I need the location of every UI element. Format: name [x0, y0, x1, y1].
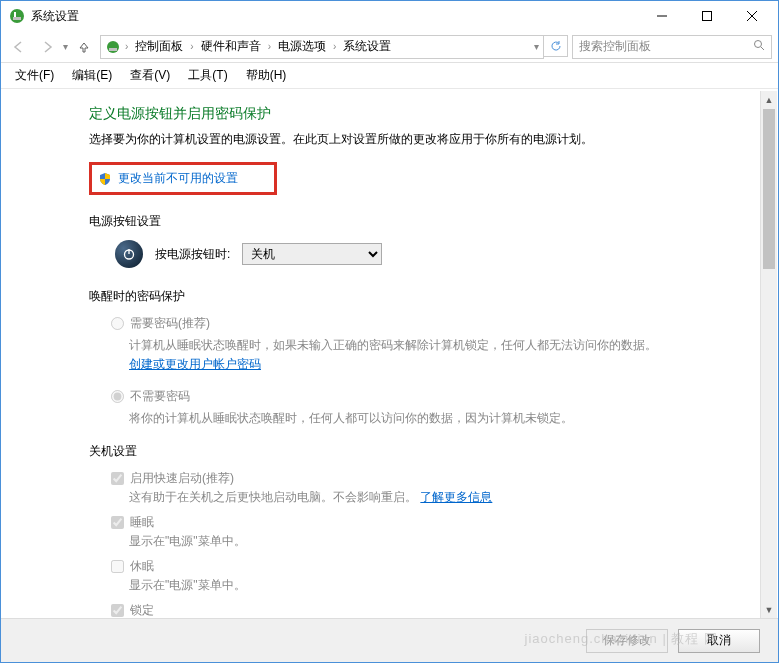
crumb-power-options[interactable]: 电源选项	[275, 36, 329, 57]
crumb-hardware-sound[interactable]: 硬件和声音	[198, 36, 264, 57]
hibernate-label: 休眠	[130, 558, 154, 575]
wake-password-section: 唤醒时的密码保护	[89, 288, 778, 305]
no-password-radio: 不需要密码	[111, 388, 778, 405]
watermark: jiaocheng.chazidian | 教程 网	[525, 630, 718, 648]
chevron-right-icon: ›	[190, 41, 193, 52]
menu-edit[interactable]: 编辑(E)	[64, 64, 120, 87]
hibernate-check: 休眠	[111, 558, 778, 575]
chevron-right-icon: ›	[333, 41, 336, 52]
svg-point-9	[755, 41, 762, 48]
sleep-input	[111, 516, 124, 529]
need-password-input	[111, 317, 124, 330]
scroll-thumb[interactable]	[763, 109, 775, 269]
vertical-scrollbar[interactable]: ▲ ▼	[760, 91, 777, 618]
change-unavailable-label: 更改当前不可用的设置	[118, 170, 238, 187]
minimize-button[interactable]	[639, 2, 684, 30]
svg-rect-2	[13, 17, 21, 20]
addr-icon	[105, 39, 121, 55]
chevron-right-icon: ›	[268, 41, 271, 52]
no-password-input	[111, 390, 124, 403]
sleep-desc: 显示在"电源"菜单中。	[129, 533, 778, 550]
refresh-button[interactable]	[544, 35, 568, 57]
svg-point-0	[10, 9, 24, 23]
power-icon	[115, 240, 143, 268]
menu-view[interactable]: 查看(V)	[122, 64, 178, 87]
page-description: 选择要为你的计算机设置的电源设置。在此页上对设置所做的更改将应用于你所有的电源计…	[89, 131, 778, 148]
svg-rect-4	[702, 12, 711, 21]
recent-locations-button[interactable]: ▾	[63, 41, 68, 52]
crumb-system-settings[interactable]: 系统设置	[340, 36, 394, 57]
window-title: 系统设置	[31, 8, 639, 25]
shutdown-section: 关机设置	[89, 443, 778, 460]
press-power-select[interactable]: 关机	[242, 243, 382, 265]
lock-label: 锁定	[130, 602, 154, 618]
change-unavailable-link[interactable]: 更改当前不可用的设置	[89, 162, 277, 195]
nav-row: ▾ › 控制面板 › 硬件和声音 › 电源选项 › 系统设置 ▾ 搜索控制面板	[1, 31, 778, 63]
fast-startup-label: 启用快速启动(推荐)	[130, 470, 234, 487]
titlebar: 系统设置	[1, 1, 778, 31]
page-title: 定义电源按钮并启用密码保护	[89, 105, 778, 123]
no-password-label: 不需要密码	[130, 388, 190, 405]
shield-icon	[98, 172, 112, 186]
press-power-label: 按电源按钮时:	[155, 246, 230, 263]
menu-bar: 文件(F) 编辑(E) 查看(V) 工具(T) 帮助(H)	[1, 63, 778, 89]
hibernate-input	[111, 560, 124, 573]
chevron-down-icon[interactable]: ▾	[534, 41, 539, 52]
sleep-check: 睡眠	[111, 514, 778, 531]
lock-input	[111, 604, 124, 617]
no-password-desc: 将你的计算机从睡眠状态唤醒时，任何人都可以访问你的数据，因为计算机未锁定。	[129, 409, 669, 428]
need-password-desc: 计算机从睡眠状态唤醒时，如果未输入正确的密码来解除计算机锁定，任何人都无法访问你…	[129, 336, 669, 374]
power-button-section: 电源按钮设置	[89, 213, 778, 230]
svg-rect-8	[109, 48, 117, 51]
search-placeholder: 搜索控制面板	[579, 38, 651, 55]
menu-help[interactable]: 帮助(H)	[238, 64, 295, 87]
fast-startup-desc: 这有助于在关机之后更快地启动电脑。不会影响重启。 了解更多信息	[129, 489, 778, 506]
address-bar[interactable]: › 控制面板 › 硬件和声音 › 电源选项 › 系统设置 ▾	[100, 35, 544, 59]
search-input[interactable]: 搜索控制面板	[572, 35, 772, 59]
chevron-right-icon: ›	[125, 41, 128, 52]
back-button[interactable]	[7, 35, 31, 59]
need-password-radio: 需要密码(推荐)	[111, 315, 778, 332]
crumb-control-panel[interactable]: 控制面板	[132, 36, 186, 57]
up-button[interactable]	[72, 35, 96, 59]
close-button[interactable]	[729, 2, 774, 30]
svg-point-7	[107, 41, 119, 53]
search-icon	[753, 39, 765, 54]
scroll-up-icon[interactable]: ▲	[761, 91, 777, 108]
power-button-row: 按电源按钮时: 关机	[115, 240, 778, 268]
svg-line-10	[761, 47, 764, 50]
app-icon	[9, 8, 25, 24]
need-password-label: 需要密码(推荐)	[130, 315, 210, 332]
lock-check: 锁定	[111, 602, 778, 618]
fast-startup-input	[111, 472, 124, 485]
maximize-button[interactable]	[684, 2, 729, 30]
content-area: 定义电源按钮并启用密码保护 选择要为你的计算机设置的电源设置。在此页上对设置所做…	[1, 91, 778, 618]
create-password-link[interactable]: 创建或更改用户帐户密码	[129, 357, 261, 371]
forward-button[interactable]	[35, 35, 59, 59]
fast-startup-check: 启用快速启动(推荐)	[111, 470, 778, 487]
menu-tools[interactable]: 工具(T)	[180, 64, 235, 87]
scroll-down-icon[interactable]: ▼	[761, 601, 777, 618]
menu-file[interactable]: 文件(F)	[7, 64, 62, 87]
hibernate-desc: 显示在"电源"菜单中。	[129, 577, 778, 594]
learn-more-link[interactable]: 了解更多信息	[420, 490, 492, 504]
sleep-label: 睡眠	[130, 514, 154, 531]
